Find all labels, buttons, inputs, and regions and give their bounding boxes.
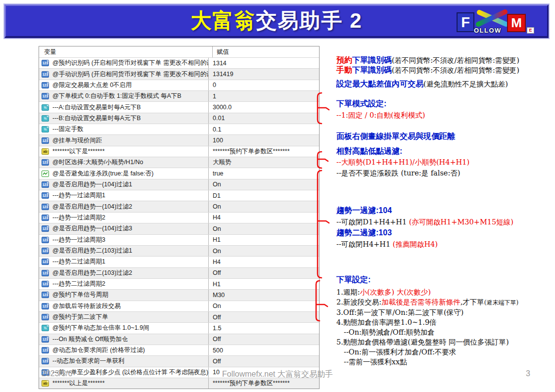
param-value[interactable]: On — [208, 223, 319, 234]
table-row[interactable]: 123@手动识别码 (开启相同货币对视窗下单 需更改不相同的识?..131419 — [39, 68, 319, 79]
param-value[interactable]: 大顺势 — [208, 157, 319, 168]
table-row[interactable]: ½---固定手数0.1 — [39, 124, 319, 134]
table-row[interactable]: 123@动态加仓要求间距 (价格带过滤)500 — [39, 345, 319, 355]
param-value[interactable]: true — [208, 168, 319, 178]
param-name: @是否启用趋势一(104)过滤2 — [49, 203, 208, 211]
param-value[interactable]: On — [208, 246, 319, 256]
param-value[interactable]: Off — [208, 356, 319, 366]
param-value[interactable]: H4 — [208, 257, 319, 267]
table-row[interactable]: ½@预约下单动态加仓倍率 1.0~1.9间1.5 — [39, 322, 319, 333]
param-value[interactable]: D1 — [208, 190, 319, 201]
table-row[interactable]: 123@限定交易最大点差 0不启用0 — [39, 80, 319, 90]
table-row[interactable]: 123@是否启用趋势一(104)过滤2On — [39, 201, 319, 212]
annotation-block: 面板右側畫線掛單交易與現價距離 — [336, 131, 455, 141]
annotation-block: 相對高點低點過濾:--大順勢(D1+H4+H1)/小順勢(H4+H1)--是否不… — [336, 146, 469, 178]
param-value[interactable]: H1 — [208, 235, 319, 245]
table-row[interactable]: 123--动态加仓要求前一单获利Off — [39, 355, 319, 366]
param-value[interactable]: 100 — [208, 135, 319, 145]
table-row[interactable]: ab*******以下是**************预约下单参数区******* — [39, 146, 319, 157]
int-param-icon: 123 — [42, 82, 49, 88]
annotation-line: 4.動態加倉倍率調整1.0~1.9倍 — [336, 317, 518, 327]
param-value[interactable]: 0 — [208, 80, 319, 90]
param-value[interactable]: H1 — [208, 279, 319, 289]
table-row[interactable]: 123@是否启用趋势一(104)过滤1On — [39, 179, 319, 190]
annotation-segment: 下單模式設定: — [336, 99, 386, 108]
table-row[interactable]: 123@时区选择:大顺势/小顺势/H1/No大顺势 — [39, 157, 319, 168]
table-row[interactable]: 123@是否启用趋势一(104)过滤3On — [39, 223, 319, 234]
param-value[interactable]: *******预约下单参数区******* — [208, 146, 319, 157]
annotation-line: 面板右側畫線掛單交易與現價距離 — [336, 131, 455, 141]
table-row[interactable]: ½---A:自动设置交易量时每A元下B3000.0 — [39, 101, 319, 112]
dbl-param-icon: ½ — [42, 126, 49, 132]
param-name: @挂单与现价间距 — [49, 136, 208, 145]
annotation-segment: 2.新波段交易: — [336, 298, 381, 306]
annotation-line: --On:前一張獲利才加倉/Off:不要求 — [336, 347, 518, 357]
param-value[interactable]: Off — [208, 268, 319, 278]
param-value[interactable]: 1.5 — [208, 323, 319, 333]
annotation-segment: --On:前一張獲利才加倉/Off:不要求 — [336, 348, 456, 356]
table-row[interactable]: 123@挂单与现价间距100 — [39, 134, 319, 145]
table-row[interactable]: 123@预约下单信号周期M30 — [39, 289, 319, 300]
int-param-icon: 123 — [42, 192, 49, 199]
table-row[interactable]: 123@下单模式 0:自动手数 1:固定手数模式 每A下B1 — [39, 90, 319, 101]
param-table-body: 123@预约识别码 (开启相同货币对视窗下单 需更改不相同的识?..131412… — [39, 57, 319, 389]
param-value[interactable]: 0.1 — [208, 124, 319, 134]
param-value[interactable]: *******预约下单参数区******* — [208, 378, 319, 389]
annotation-segment: 小(次數多) 大(次數少) — [360, 288, 431, 296]
table-row[interactable]: 123@预约于第二波下单Off — [39, 311, 319, 322]
param-name: @是否启用趋势一(104)过滤1 — [49, 180, 208, 189]
annotation-segment: --1:固定 / 0:自動(複利模式) — [336, 111, 425, 119]
annotation-line: 相對高點低點過濾: — [336, 146, 469, 157]
param-value[interactable]: 1314 — [208, 58, 319, 68]
table-row[interactable]: 123@预约识别码 (开启相同货币对视窗下单 需更改不相同的识?..1314 — [39, 57, 319, 68]
annotation-line: --可啟閉D1+H4+H1 (亦可開啟H1+M30+M15短線) — [336, 217, 513, 228]
annotation-segment: 下單設定: — [336, 275, 370, 284]
param-value[interactable]: 131419 — [208, 69, 319, 79]
annotation-line: 趨勢一過濾:104 — [336, 205, 513, 217]
table-row[interactable]: ½---B:自动设置交易量时每A元下B0.01 — [39, 113, 319, 124]
param-value[interactable]: 1 — [208, 91, 319, 101]
param-value[interactable]: 3000.0 — [208, 102, 319, 112]
annotation-segment: (推薦開啟H4) — [393, 240, 438, 248]
dbl-param-icon: ½ — [42, 325, 49, 331]
int-param-icon: 123 — [42, 204, 49, 210]
param-value[interactable]: 500 — [208, 345, 319, 355]
dbl-param-icon: ½ — [42, 104, 49, 111]
param-value[interactable]: 0.01 — [208, 113, 319, 124]
int-param-icon: 123 — [42, 336, 49, 343]
param-value[interactable]: H4 — [208, 213, 319, 223]
annotation-segment: 面板右側畫線掛單交易與現價距離 — [336, 132, 455, 140]
table-row[interactable]: 123---趋势一过滤周期2H4 — [39, 212, 319, 223]
table-row[interactable]: @是否避免追涨杀跌(true:是 false:否)true — [39, 168, 319, 178]
table-row[interactable]: 123---On 顺势减仓 Off顺势加仓Off — [39, 334, 319, 345]
table-row[interactable]: 123---趋势一过滤周期1D1 — [39, 190, 319, 201]
annotation-segment: 下單識別碼 — [352, 66, 392, 74]
parameter-table: 变量 赋值 123@预约识别码 (开启相同货币对视窗下单 需更改不相同的识?..… — [39, 46, 320, 389]
page-title-rest: 交易助手 2 — [256, 9, 362, 32]
int-param-icon: 123 — [42, 71, 49, 78]
table-row[interactable]: 123@是否启用趋势二(103)过滤1On — [39, 245, 319, 256]
int-param-icon: 123 — [42, 259, 49, 265]
param-value[interactable]: Off — [208, 312, 319, 322]
str-param-icon: ab — [42, 148, 49, 155]
annotation-line: 1.週期:小(次數多) 大(次數少) — [336, 287, 518, 297]
table-row[interactable]: 123---趋势二过滤周期2H1 — [39, 278, 319, 289]
param-name: *******以上是******* — [49, 379, 208, 388]
param-value[interactable]: Off — [208, 334, 319, 345]
annotation-block: 設定最大點差值內可交易(避免流動性不足擴大點差) — [336, 79, 508, 89]
table-row[interactable]: 123---趋势一过滤周期3H1 — [39, 234, 319, 245]
param-name: @限定交易最大点差 0不启用 — [49, 81, 208, 89]
param-value[interactable]: M30 — [208, 290, 319, 300]
table-row[interactable]: 123@是否启用趋势二(103)过滤2Off — [39, 267, 319, 278]
table-row[interactable]: 123---趋势二过滤周期1H4 — [39, 256, 319, 267]
annotation-segment: --可啟閉H4+H1 — [336, 240, 393, 248]
param-value[interactable]: On — [208, 301, 319, 311]
annotation-line: 3.Off:第一波下單/On:第二波下單(保守) — [336, 307, 518, 317]
param-name: ---固定手数 — [49, 125, 208, 133]
param-name: --动态加仓要求前一单获利 — [49, 357, 208, 365]
table-row[interactable]: 123@加载后等待新波段交易On — [39, 301, 319, 311]
param-value[interactable]: On — [208, 179, 319, 190]
param-name: @预约下单信号周期 — [49, 291, 208, 299]
annotation-line: 預約下單識別碼(若不同貨幣:不須改/若相同貨幣:需變更) — [336, 55, 519, 65]
param-value[interactable]: On — [208, 201, 319, 212]
